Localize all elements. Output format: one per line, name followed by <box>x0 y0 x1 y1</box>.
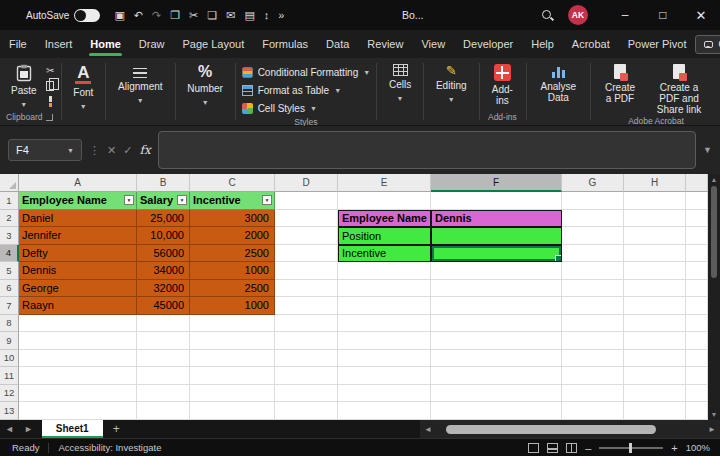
cell-H10[interactable] <box>624 350 686 368</box>
cell-D12[interactable] <box>275 385 338 403</box>
column-header-C[interactable]: C <box>190 174 275 192</box>
cell-C4[interactable]: 2500 <box>190 245 275 263</box>
copy-icon[interactable]: ❏ <box>207 9 217 22</box>
cell-A10[interactable] <box>19 350 137 368</box>
tab-power-pivot[interactable]: Power Pivot <box>619 30 696 58</box>
comments-button[interactable]: Comments <box>695 35 720 54</box>
tab-view[interactable]: View <box>412 30 454 58</box>
zoom-out-button[interactable]: – <box>585 442 591 454</box>
cell-A1[interactable]: Employee Name▼ <box>19 192 137 210</box>
column-header-B[interactable]: B <box>137 174 190 192</box>
cell-G13[interactable] <box>562 402 624 420</box>
cell-D1[interactable] <box>275 192 338 210</box>
cell-F1[interactable] <box>431 192 562 210</box>
sort-icon[interactable]: ↕ <box>264 9 270 21</box>
row-header-1[interactable]: 1 <box>0 192 19 210</box>
cell-E10[interactable] <box>338 350 431 368</box>
row-header-12[interactable]: 12 <box>0 385 19 403</box>
row-header-3[interactable]: 3 <box>0 227 19 245</box>
cell-B9[interactable] <box>137 332 190 350</box>
tab-page-layout[interactable]: Page Layout <box>173 30 253 58</box>
save-icon[interactable]: ▣ <box>114 9 124 22</box>
add-sheet-button[interactable]: + <box>113 422 120 436</box>
row-header-11[interactable]: 11 <box>0 367 19 385</box>
cell-C11[interactable] <box>190 367 275 385</box>
cell-C7[interactable]: 1000 <box>190 297 275 315</box>
paste-icon[interactable]: ❐ <box>170 9 180 22</box>
cell-H9[interactable] <box>624 332 686 350</box>
cell-D3[interactable] <box>275 227 338 245</box>
cell-H4[interactable] <box>624 245 686 263</box>
row-header-7[interactable]: 7 <box>0 297 19 315</box>
tab-draw[interactable]: Draw <box>130 30 174 58</box>
copy-icon[interactable] <box>46 81 54 91</box>
row-header-10[interactable]: 10 <box>0 350 19 368</box>
cell-A4[interactable]: Defty <box>19 245 137 263</box>
cell-G1[interactable] <box>562 192 624 210</box>
cell-A13[interactable] <box>19 402 137 420</box>
cell-D2[interactable] <box>275 210 338 228</box>
tab-acrobat[interactable]: Acrobat <box>563 30 619 58</box>
cell-B6[interactable]: 32000 <box>137 280 190 298</box>
cell-F2[interactable]: Dennis <box>431 210 562 228</box>
cell-C12[interactable] <box>190 385 275 403</box>
cell-A2[interactable]: Daniel <box>19 210 137 228</box>
addins-button[interactable]: Add-ins <box>485 61 519 106</box>
cell-B7[interactable]: 45000 <box>137 297 190 315</box>
cell-D6[interactable] <box>275 280 338 298</box>
row-header-4[interactable]: 4 <box>0 245 19 263</box>
cell-A7[interactable]: Raayn <box>19 297 137 315</box>
tab-insert[interactable]: Insert <box>36 30 82 58</box>
insert-function-icon[interactable]: fx <box>139 143 150 157</box>
cell-F10[interactable] <box>431 350 562 368</box>
formula-bar-expand-icon[interactable]: ▼ <box>703 145 712 155</box>
cell-A8[interactable] <box>19 315 137 333</box>
sheet-nav-left-icon[interactable]: ◄ <box>0 424 19 434</box>
cell-E3[interactable]: Position <box>338 227 431 245</box>
cell-styles-button[interactable]: Cell Styles ▼ <box>242 100 371 116</box>
cell-A12[interactable] <box>19 385 137 403</box>
cell-B12[interactable] <box>137 385 190 403</box>
cell-B11[interactable] <box>137 367 190 385</box>
sheet-nav-right-icon[interactable]: ► <box>19 424 38 434</box>
page-break-view-icon[interactable] <box>566 443 577 453</box>
create-pdf-share-button[interactable]: Create a PDF and Share link <box>643 61 715 115</box>
cell-C6[interactable]: 2500 <box>190 280 275 298</box>
zoom-level[interactable]: 100% <box>686 442 710 453</box>
row-header-9[interactable]: 9 <box>0 332 19 350</box>
zoom-slider-knob[interactable] <box>629 443 632 453</box>
cell-E6[interactable] <box>338 280 431 298</box>
cancel-icon[interactable]: ✕ <box>107 144 116 157</box>
editing-button[interactable]: ✎ Editing ▼ <box>430 61 473 105</box>
cell-D10[interactable] <box>275 350 338 368</box>
cell-C8[interactable] <box>190 315 275 333</box>
cell-H13[interactable] <box>624 402 686 420</box>
cells-button[interactable]: Cells ▼ <box>383 61 417 104</box>
vertical-scroll-thumb[interactable] <box>711 186 717 278</box>
cell-B10[interactable] <box>137 350 190 368</box>
cell-E13[interactable] <box>338 402 431 420</box>
sheet-tab-sheet1[interactable]: Sheet1 <box>42 420 103 438</box>
cell-E11[interactable] <box>338 367 431 385</box>
cell-F13[interactable] <box>431 402 562 420</box>
format-painter-icon[interactable] <box>46 96 55 107</box>
font-button[interactable]: A Font ▼ <box>67 61 99 112</box>
cell-F4[interactable] <box>431 245 562 263</box>
paste-button[interactable]: Paste ▼ <box>5 61 43 110</box>
autosave-switch-icon[interactable] <box>74 9 100 22</box>
page-layout-view-icon[interactable] <box>547 443 558 453</box>
cell-F8[interactable] <box>431 315 562 333</box>
column-header-G[interactable]: G <box>562 174 624 192</box>
tab-review[interactable]: Review <box>358 30 412 58</box>
cell-B5[interactable]: 34000 <box>137 262 190 280</box>
cell-A9[interactable] <box>19 332 137 350</box>
cell-H5[interactable] <box>624 262 686 280</box>
cut-icon[interactable]: ✂ <box>189 9 198 22</box>
formula-input[interactable] <box>158 131 696 169</box>
cell-F5[interactable] <box>431 262 562 280</box>
cell-G8[interactable] <box>562 315 624 333</box>
cell-F3[interactable] <box>431 227 562 245</box>
zoom-slider[interactable] <box>599 447 663 449</box>
enter-icon[interactable]: ✓ <box>123 144 132 157</box>
cell-D4[interactable] <box>275 245 338 263</box>
